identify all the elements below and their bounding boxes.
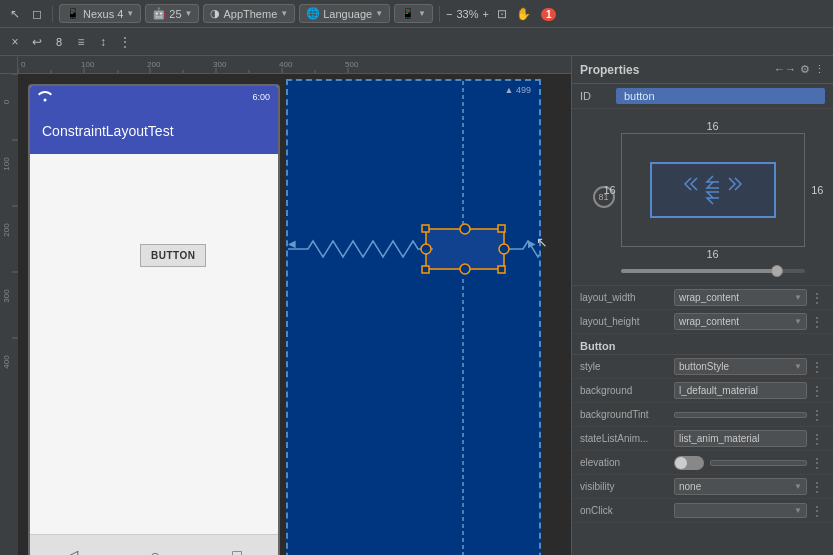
panel-icons: ←→ ⚙ ⋮ (774, 63, 825, 76)
status-icons: 6:00 (252, 92, 270, 102)
layout-width-more[interactable]: ⋮ (809, 291, 825, 305)
layout-height-more[interactable]: ⋮ (809, 315, 825, 329)
num-icon: 8 (50, 33, 68, 51)
onClick-dropdown[interactable]: ▼ (674, 503, 807, 518)
backgroundTint-input[interactable] (674, 412, 807, 418)
elevation-more[interactable]: ⋮ (809, 456, 825, 470)
bias-slider-track[interactable] (621, 269, 805, 273)
distribute-icon[interactable]: ↕ (94, 33, 112, 51)
separator (52, 6, 53, 22)
background-input[interactable]: l_default_material (674, 382, 807, 399)
style-more[interactable]: ⋮ (809, 360, 825, 374)
theme-selector[interactable]: ◑ AppTheme ▼ (203, 4, 295, 23)
ruler-corner (0, 56, 18, 74)
panel-more-icon[interactable]: ⋮ (814, 63, 825, 76)
theme-icon: ◑ (210, 7, 220, 20)
language-icon: 🌐 (306, 7, 320, 20)
panel-title: Properties (580, 63, 639, 77)
panel-gear-icon[interactable]: ⚙ (800, 63, 810, 76)
style-row: style buttonStyle ▼ ⋮ (572, 355, 833, 379)
layout-height-dropdown[interactable]: wrap_content ▼ (674, 313, 807, 330)
svg-text:300: 300 (213, 60, 227, 69)
zoom-out-btn[interactable]: − (446, 8, 452, 20)
canvas-content[interactable]: 6:00 ConstraintLayoutTest BUTTON ◁ ○ □ (18, 74, 571, 555)
dropdown-caret2: ▼ (794, 317, 802, 326)
language-selector[interactable]: 🌐 Language ▼ (299, 4, 390, 23)
orientation-selector[interactable]: 📱 ▼ (394, 4, 433, 23)
constraint-bottom-num: 16 (706, 248, 718, 260)
elevation-input[interactable] (710, 460, 807, 466)
delete-icon[interactable]: × (6, 33, 24, 51)
background-more[interactable]: ⋮ (809, 384, 825, 398)
phone-icon: 📱 (66, 7, 80, 20)
visibility-dropdown[interactable]: none ▼ (674, 478, 807, 495)
svg-text:400: 400 (2, 355, 11, 369)
svg-text:0: 0 (2, 99, 11, 104)
onClick-value: ▼ ⋮ (674, 503, 825, 518)
ruler-svg-h: 0 100 200 300 400 500 (18, 56, 571, 74)
pan-icon[interactable]: ✋ (515, 5, 533, 23)
id-value[interactable]: button (616, 88, 825, 104)
constraint-left-num: 16 (604, 184, 616, 196)
svg-text:400: 400 (279, 60, 293, 69)
constraint-arrows (683, 170, 743, 210)
svg-text:▶: ▶ (528, 238, 536, 249)
svg-rect-35 (422, 225, 429, 232)
home-btn[interactable]: ○ (150, 547, 160, 556)
select-icon[interactable]: ◻ (28, 5, 46, 23)
dropdown-caret: ▼ (794, 293, 802, 302)
canvas-area: 0 100 200 300 400 (0, 74, 571, 555)
bias-slider-thumb[interactable] (771, 265, 783, 277)
error-badge[interactable]: 1 (541, 8, 557, 21)
recents-btn[interactable]: □ (232, 547, 242, 556)
stateListAnim-row: stateListAnim... list_anim_material ⋮ (572, 427, 833, 451)
fit-icon[interactable]: ⊡ (493, 5, 511, 23)
svg-rect-38 (498, 266, 505, 273)
caret-icon5: ▼ (418, 9, 426, 18)
visibility-value: none ▼ ⋮ (674, 478, 825, 495)
properties-panel: Properties ←→ ⚙ ⋮ ID button 81 (571, 56, 833, 555)
elevation-toggle[interactable] (674, 456, 704, 470)
layout-height-value: wrap_content ▼ ⋮ (674, 313, 825, 330)
error-badge-container: 1 (541, 8, 557, 20)
cursor-icon[interactable]: ↖ (6, 5, 24, 23)
stateListAnim-value: list_anim_material ⋮ (674, 430, 825, 447)
more-icon[interactable]: ⋮ (116, 33, 134, 51)
svg-rect-18 (0, 74, 18, 555)
phone-app-bar: ConstraintLayoutTest (30, 108, 278, 154)
ruler-vertical: 0 100 200 300 400 (0, 74, 18, 555)
device-label: Nexus 4 (83, 8, 123, 20)
visibility-more[interactable]: ⋮ (809, 480, 825, 494)
device-selector[interactable]: 📱 Nexus 4 ▼ (59, 4, 141, 23)
panel-arrow-icon[interactable]: ←→ (774, 63, 796, 76)
onClick-more[interactable]: ⋮ (809, 504, 825, 518)
constraint-lines-svg: ◀ ▶ (288, 81, 541, 555)
background-label: background (580, 385, 670, 396)
constraint-top-num: 16 (706, 120, 718, 132)
app-title: ConstraintLayoutTest (42, 123, 174, 139)
zoom-level: 33% (456, 8, 478, 20)
undo-icon[interactable]: ↩ (28, 33, 46, 51)
style-dropdown[interactable]: buttonStyle ▼ (674, 358, 807, 375)
back-btn[interactable]: ◁ (66, 546, 78, 555)
align-icon[interactable]: ≡ (72, 33, 90, 51)
layout-width-row: layout_width wrap_content ▼ ⋮ (572, 286, 833, 310)
stateListAnim-more[interactable]: ⋮ (809, 432, 825, 446)
zoom-in-btn[interactable]: + (482, 8, 488, 20)
stateListAnim-input[interactable]: list_anim_material (674, 430, 807, 447)
left-panel: 0 100 200 300 400 500 (0, 56, 571, 555)
visibility-row: visibility none ▼ ⋮ (572, 475, 833, 499)
constraint-diagram: 81 16 16 16 16 (572, 109, 833, 286)
backgroundTint-more[interactable]: ⋮ (809, 408, 825, 422)
layout-width-value: wrap_content ▼ ⋮ (674, 289, 825, 306)
panel-header: Properties ←→ ⚙ ⋮ (572, 56, 833, 84)
layout-width-dropdown[interactable]: wrap_content ▼ (674, 289, 807, 306)
onClick-label: onClick (580, 505, 670, 516)
api-selector[interactable]: 🤖 25 ▼ (145, 4, 199, 23)
stateListAnim-label: stateListAnim... (580, 433, 670, 444)
phone-button[interactable]: BUTTON (140, 244, 206, 267)
blueprint-view[interactable]: ▲ 499 ▼ 499 (286, 79, 541, 555)
svg-text:100: 100 (2, 157, 11, 171)
svg-rect-0 (18, 56, 571, 74)
svg-point-31 (421, 244, 431, 254)
